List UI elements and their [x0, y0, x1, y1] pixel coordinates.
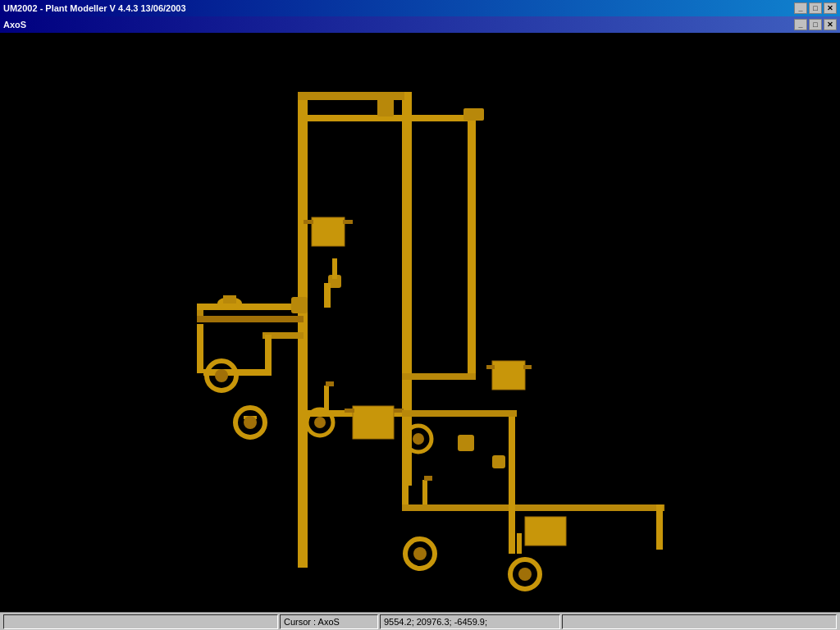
- svg-rect-25: [525, 517, 566, 546]
- inner-window-controls: _ □ ✕: [794, 19, 837, 30]
- inner-close-button[interactable]: ✕: [824, 19, 837, 30]
- svg-rect-54: [324, 283, 331, 308]
- window-controls: _ □ ✕: [794, 2, 837, 14]
- svg-rect-42: [291, 297, 308, 313]
- svg-rect-11: [402, 410, 409, 509]
- svg-rect-12: [402, 504, 664, 511]
- svg-rect-5: [402, 373, 476, 380]
- inner-minimize-button[interactable]: _: [794, 19, 807, 30]
- svg-rect-22: [353, 406, 394, 439]
- inner-maximize-button[interactable]: □: [809, 19, 822, 30]
- svg-rect-14: [509, 504, 515, 554]
- svg-rect-53: [197, 316, 304, 322]
- svg-rect-55: [332, 258, 337, 279]
- svg-rect-33: [223, 295, 236, 304]
- svg-rect-46: [324, 386, 329, 410]
- svg-rect-0: [298, 92, 308, 568]
- svg-rect-58: [509, 410, 515, 509]
- window-title: UM2002 - Plant Modeller V 4.4.3 13/06/20…: [3, 3, 186, 13]
- svg-rect-44: [458, 435, 474, 451]
- svg-point-35: [314, 417, 326, 428]
- sub-title-bar: AxoS _ □ ✕: [0, 16, 840, 33]
- svg-rect-16: [312, 217, 345, 246]
- 3d-viewport[interactable]: Z Y X: [0, 33, 840, 612]
- cursor-label-text: Cursor : AxoS: [284, 617, 340, 627]
- cursor-coords-text: 9554.2; 20976.3; -6459.9;: [384, 617, 487, 627]
- svg-rect-4: [468, 115, 476, 377]
- svg-rect-18: [343, 220, 353, 224]
- cursor-label-panel: Cursor : AxoS: [280, 614, 378, 629]
- status-left-panel: [3, 614, 278, 629]
- svg-rect-47: [326, 381, 334, 386]
- title-bar: UM2002 - Plant Modeller V 4.4.3 13/06/20…: [0, 0, 840, 16]
- svg-rect-17: [304, 220, 313, 224]
- svg-rect-45: [492, 455, 505, 468]
- svg-rect-23: [345, 409, 354, 413]
- status-bar: Cursor : AxoS 9554.2; 20976.3; -6459.9;: [0, 612, 840, 630]
- maximize-button[interactable]: □: [809, 2, 822, 14]
- inner-window-title: AxoS: [3, 20, 26, 30]
- status-right-panel: [562, 614, 837, 629]
- svg-rect-7: [197, 324, 203, 373]
- svg-point-41: [518, 568, 532, 581]
- close-button[interactable]: ✕: [824, 2, 837, 14]
- svg-rect-6: [197, 304, 304, 310]
- svg-point-28: [215, 369, 228, 382]
- svg-rect-20: [486, 365, 495, 369]
- svg-rect-48: [422, 480, 427, 504]
- svg-point-31: [244, 416, 257, 429]
- cursor-coords-panel: 9554.2; 20976.3; -6459.9;: [380, 614, 560, 629]
- svg-point-37: [413, 433, 424, 445]
- svg-rect-19: [492, 361, 525, 390]
- svg-rect-49: [424, 476, 432, 481]
- svg-rect-56: [377, 92, 394, 116]
- svg-rect-57: [463, 108, 484, 121]
- svg-point-39: [413, 547, 427, 560]
- svg-rect-50: [517, 533, 522, 554]
- svg-rect-21: [523, 365, 532, 369]
- svg-rect-59: [402, 410, 517, 417]
- minimize-button[interactable]: _: [794, 2, 807, 14]
- svg-rect-52: [265, 335, 272, 376]
- svg-rect-13: [656, 504, 663, 550]
